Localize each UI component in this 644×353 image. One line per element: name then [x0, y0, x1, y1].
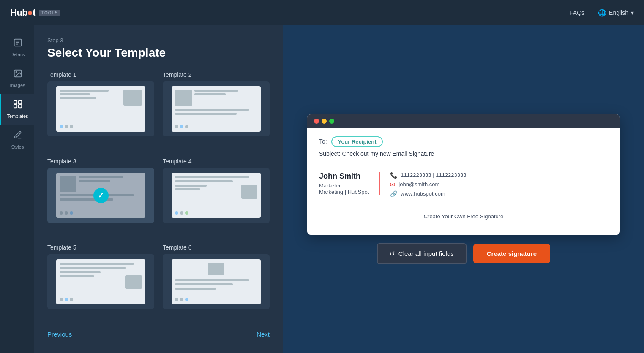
logo-area: Hubt TOOLS — [10, 7, 60, 18]
sidebar-item-templates[interactable]: Templates — [0, 94, 34, 125]
templates-grid: Template 1 — [47, 71, 270, 322]
template-6-mockup — [172, 259, 261, 304]
window-dot-green — [329, 119, 334, 124]
chevron-down-icon: ▾ — [631, 9, 634, 16]
globe-icon: 🌐 — [598, 9, 606, 17]
template-2-label: Template 2 — [163, 71, 270, 78]
template-item-3[interactable]: Template 3 — [47, 158, 154, 236]
sidebar-details-label: Details — [11, 52, 25, 57]
email-subject: Subject: Check out my new Email Signatur… — [319, 150, 608, 163]
email-titlebar — [307, 114, 620, 128]
sidebar-images-label: Images — [10, 83, 25, 88]
language-label: English — [609, 9, 628, 16]
template-1-label: Template 1 — [47, 71, 154, 78]
template-card-2[interactable] — [163, 81, 270, 136]
sidebar-templates-label: Templates — [7, 114, 28, 119]
template-5-mockup — [56, 259, 146, 304]
template-item-1[interactable]: Template 1 — [47, 71, 154, 149]
topnav: Hubt TOOLS FAQs 🌐 English ▾ — [0, 0, 644, 25]
window-dot-red — [314, 119, 319, 124]
sidebar: Details Images Templates — [0, 25, 34, 353]
create-own-link[interactable]: Create Your Own Free Signature — [319, 213, 608, 220]
styles-icon — [13, 130, 22, 142]
window-dot-yellow — [322, 119, 327, 124]
main-layout: Details Images Templates — [0, 25, 644, 353]
template-card-3[interactable]: ✓ — [47, 168, 154, 223]
sidebar-styles-label: Styles — [11, 144, 24, 149]
content-panel: Step 3 Select Your Template Template 1 — [34, 25, 283, 353]
template-item-6[interactable]: Template 6 — [163, 244, 270, 322]
email-to-row: To: Your Recipient — [319, 136, 608, 147]
template-card-1[interactable] — [47, 81, 154, 136]
tools-badge: TOOLS — [39, 10, 60, 16]
email-icon: ✉ — [390, 181, 395, 188]
template-3-check: ✓ — [93, 188, 109, 203]
signature-block: John Smith Marketer Marketing | HubSpot … — [319, 172, 608, 197]
template-card-5[interactable] — [47, 254, 154, 309]
website-row: 🔗 www.hubspot.com — [390, 190, 466, 197]
signature-info: John Smith Marketer Marketing | HubSpot — [319, 172, 380, 195]
create-signature-button[interactable]: Create signature — [473, 244, 550, 263]
template-6-label: Template 6 — [163, 244, 270, 251]
signature-email: john@smith.com — [398, 181, 439, 187]
template-1-mockup — [56, 86, 146, 131]
email-row: ✉ john@smith.com — [390, 181, 466, 188]
signature-divider — [319, 206, 608, 206]
svg-rect-6 — [14, 101, 16, 104]
step-label: Step 3 — [47, 37, 270, 43]
email-body: To: Your Recipient Subject: Check out my… — [307, 128, 620, 235]
signature-company: Marketing | HubSpot — [319, 189, 369, 195]
template-item-4[interactable]: Template 4 — [163, 158, 270, 236]
template-4-mockup — [172, 173, 261, 218]
signature-title: Marketer — [319, 182, 369, 189]
template-4-label: Template 4 — [163, 158, 270, 165]
preview-area: To: Your Recipient Subject: Check out my… — [283, 25, 644, 353]
bottom-buttons: ↺ Clear all input fields Create signatur… — [377, 243, 550, 264]
template-card-4[interactable] — [163, 168, 270, 223]
template-5-label: Template 5 — [47, 244, 154, 251]
email-window: To: Your Recipient Subject: Check out my… — [307, 114, 620, 235]
template-item-2[interactable]: Template 2 — [163, 71, 270, 149]
signature-phone: 1112223333 | 1112223333 — [401, 172, 466, 178]
faqs-link[interactable]: FAQs — [570, 9, 584, 16]
previous-button[interactable]: Previous — [47, 331, 72, 338]
clear-label: Clear all input fields — [398, 250, 454, 257]
images-icon — [13, 69, 22, 80]
sidebar-item-images[interactable]: Images — [0, 63, 34, 94]
details-icon — [13, 38, 22, 49]
template-2-mockup — [172, 86, 261, 131]
sidebar-item-details[interactable]: Details — [0, 32, 34, 63]
phone-row: 📞 1112223333 | 1112223333 — [390, 172, 466, 179]
logo-text: Hubt — [10, 7, 35, 18]
template-card-6[interactable] — [163, 254, 270, 309]
template-item-5[interactable]: Template 5 — [47, 244, 154, 322]
signature-name: John Smith — [319, 172, 369, 181]
phone-icon: 📞 — [390, 172, 397, 179]
website-icon: 🔗 — [390, 190, 397, 197]
svg-point-5 — [16, 71, 17, 73]
template-3-label: Template 3 — [47, 158, 154, 165]
signature-contact: 📞 1112223333 | 1112223333 ✉ john@smith.c… — [380, 172, 466, 197]
svg-rect-7 — [18, 101, 21, 104]
nav-bottom: Previous Next — [47, 322, 270, 341]
logo-hubspot: Hubt — [10, 7, 35, 18]
templates-icon — [13, 100, 22, 111]
panel-title: Select Your Template — [47, 46, 270, 60]
signature-website: www.hubspot.com — [401, 190, 445, 197]
svg-rect-8 — [14, 105, 16, 108]
refresh-icon: ↺ — [390, 250, 395, 258]
svg-rect-9 — [18, 105, 21, 108]
sidebar-item-styles[interactable]: Styles — [0, 125, 34, 155]
clear-button[interactable]: ↺ Clear all input fields — [377, 243, 467, 264]
language-selector[interactable]: 🌐 English ▾ — [598, 9, 634, 17]
email-to-label: To: — [319, 138, 327, 145]
recipient-badge: Your Recipient — [331, 136, 383, 147]
next-button[interactable]: Next — [257, 331, 270, 338]
